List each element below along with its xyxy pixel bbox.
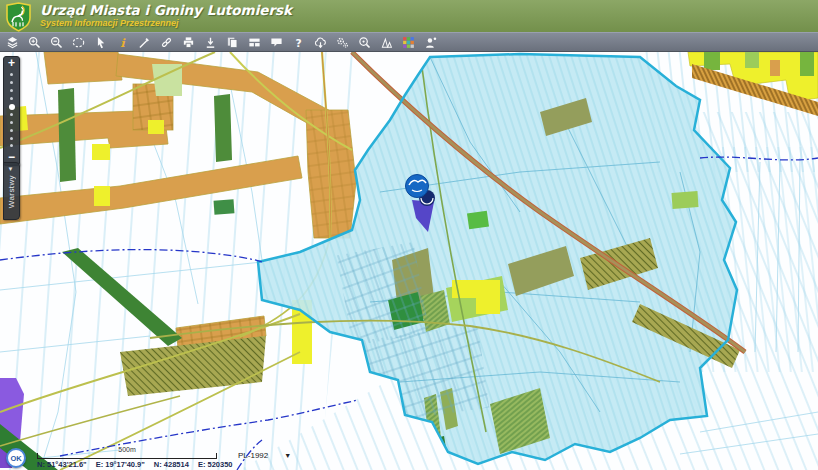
select-area-tool-button[interactable] — [69, 34, 88, 51]
zoom-level-dot[interactable] — [10, 81, 13, 84]
compositions-tool-button[interactable] — [245, 34, 264, 51]
zoom-level-dot[interactable] — [10, 121, 13, 124]
export-tool-button[interactable] — [201, 34, 220, 51]
green-parcel — [467, 211, 489, 230]
pointer-tool-button[interactable] — [91, 34, 110, 51]
map-viewport[interactable]: + − ▼ Warstwy OK 500m PL-1992 — [0, 52, 818, 470]
compass-button[interactable]: OK — [6, 448, 26, 468]
search-tool-button[interactable] — [355, 34, 374, 51]
zoom-level-dot[interactable] — [10, 73, 13, 76]
zoom-level-track[interactable] — [9, 71, 15, 150]
village-grid-inner — [337, 242, 430, 346]
layout-grid-icon — [248, 36, 261, 49]
terrain-icon — [380, 36, 393, 49]
zoom-level-dot[interactable] — [10, 89, 13, 92]
zoom-level-dot[interactable] — [10, 144, 13, 147]
collapse-caret-icon: ▼ — [8, 166, 14, 172]
layers-icon — [6, 36, 19, 49]
link-icon — [160, 36, 173, 49]
svg-text:?: ? — [296, 36, 302, 48]
scale-bar: 500m — [37, 453, 217, 459]
app-title: Urząd Miasta i Gminy Lutomiersk — [40, 4, 292, 18]
svg-text:i: i — [120, 36, 126, 49]
map-canvas[interactable] — [0, 52, 818, 470]
municipal-coat-of-arms-icon — [5, 2, 32, 32]
zoom-out-tool-button[interactable] — [47, 34, 66, 51]
coord-geo-n: N: 51°43'21.6" — [37, 460, 87, 469]
header-titles: Urząd Miasta i Gminy Lutomiersk System I… — [40, 4, 292, 29]
legend-grid-icon — [402, 36, 415, 49]
zoom-level-dot[interactable] — [10, 97, 13, 100]
settings-tool-button[interactable] — [333, 34, 352, 51]
zoom-level-current[interactable] — [9, 104, 15, 110]
user-profile-tool-button[interactable] — [421, 34, 440, 51]
layers-panel-tab[interactable]: ▼ Warstwy — [3, 162, 20, 220]
user-icon — [424, 36, 437, 49]
pointer-icon — [94, 36, 107, 49]
coord-grid-e: E: 520350 — [198, 460, 233, 469]
zoom-in-icon — [28, 36, 41, 49]
measure-icon — [138, 36, 151, 49]
crs-selector[interactable]: PL-1992 ▼ — [238, 451, 291, 460]
app-header: Urząd Miasta i Gminy Lutomiersk System I… — [0, 0, 818, 32]
download-arrow-icon — [204, 36, 217, 49]
zoom-in-tool-button[interactable] — [25, 34, 44, 51]
measure-tool-button[interactable] — [135, 34, 154, 51]
copy-pages-icon — [226, 36, 239, 49]
zoom-level-dot[interactable] — [10, 137, 13, 140]
zoom-in-button[interactable]: + — [8, 58, 15, 69]
help-tool-button[interactable]: ? — [289, 34, 308, 51]
chevron-down-icon: ▼ — [284, 452, 291, 459]
zoom-slider[interactable]: + − — [3, 56, 20, 166]
gis-application: Urząd Miasta i Gminy Lutomiersk System I… — [0, 0, 818, 470]
coord-geo-e: E: 19°17'40.9" — [96, 460, 145, 469]
identify-tool-button[interactable]: i — [113, 34, 132, 51]
scale-label: 500m — [38, 446, 216, 453]
layers-tab-label: Warstwy — [7, 175, 16, 208]
green-parcel — [671, 191, 698, 209]
layers-tool-button[interactable] — [3, 34, 22, 51]
comments-tool-button[interactable] — [267, 34, 286, 51]
print-tool-button[interactable] — [179, 34, 198, 51]
speech-bubble-icon — [270, 36, 283, 49]
download-data-tool-button[interactable] — [311, 34, 330, 51]
gears-icon — [336, 36, 349, 49]
copy-view-tool-button[interactable] — [223, 34, 242, 51]
search-icon — [358, 36, 371, 49]
crs-label: PL-1992 — [238, 451, 268, 460]
coord-grid-n: N: 428514 — [154, 460, 189, 469]
zoom-out-icon — [50, 36, 63, 49]
zoom-level-dot[interactable] — [10, 129, 13, 132]
print-icon — [182, 36, 195, 49]
map-toolbar: i ? — [0, 32, 818, 52]
coordinate-readout: N: 51°43'21.6"E: 19°17'40.9"N: 428514E: … — [37, 460, 242, 469]
link-tool-button[interactable] — [157, 34, 176, 51]
zoom-level-dot[interactable] — [10, 113, 13, 116]
app-subtitle: System Informacji Przestrzennej — [40, 19, 292, 28]
question-mark-icon: ? — [292, 36, 305, 49]
cloud-download-icon — [314, 36, 327, 49]
legend-tool-button[interactable] — [399, 34, 418, 51]
info-icon: i — [116, 36, 129, 49]
analysis-tool-button[interactable] — [377, 34, 396, 51]
select-area-icon — [72, 36, 85, 49]
